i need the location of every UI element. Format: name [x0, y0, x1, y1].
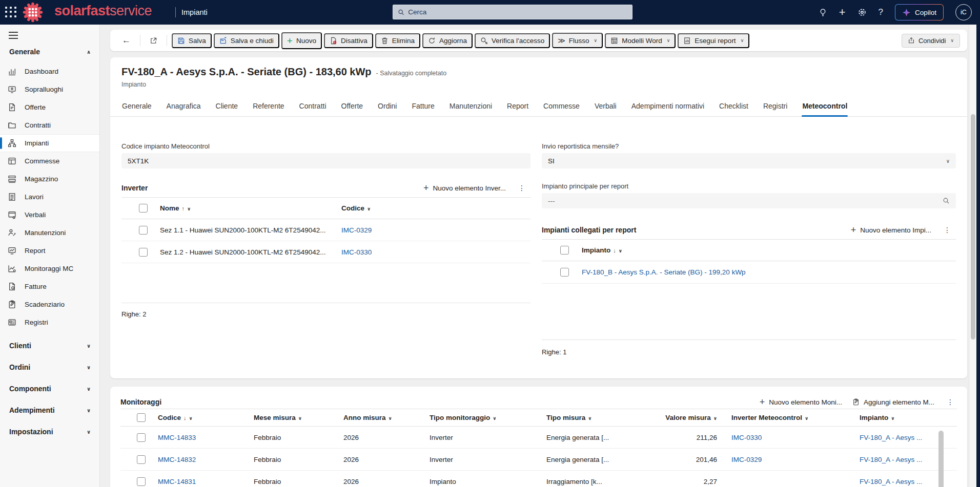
sidebar-item-offerte[interactable]: Offerte	[0, 98, 99, 116]
quick-create-plus-icon[interactable]: +	[839, 7, 846, 18]
select-all-checkbox[interactable]	[139, 204, 148, 213]
row-checkbox[interactable]	[560, 268, 569, 277]
check-access-button[interactable]: Verifica l'accesso	[475, 33, 550, 48]
column-header-anno-misura[interactable]: Anno misura∨	[343, 414, 430, 421]
global-search-box[interactable]	[393, 5, 632, 19]
impianto-link[interactable]: FV-180_A - Aesys ...	[860, 478, 934, 485]
user-avatar[interactable]: iC	[955, 4, 972, 20]
tab-cliente[interactable]: Cliente	[215, 101, 239, 116]
column-header-impianto[interactable]: Impianto∨	[860, 414, 934, 421]
settings-gear-icon[interactable]	[858, 8, 867, 17]
column-header-nome[interactable]: Nome↑∨	[160, 204, 341, 212]
monitoraggio-codice-link[interactable]: MMC-14831	[158, 478, 254, 485]
tab-anagrafica[interactable]: Anagrafica	[166, 101, 201, 116]
table-row[interactable]: MMC-14832 Febbraio 2026 Inverter Energia…	[120, 449, 957, 471]
row-checkbox[interactable]	[137, 455, 146, 464]
sidebar-item-report[interactable]: Report	[0, 242, 99, 260]
monitoraggi-more-commands[interactable]: ⋮	[945, 398, 956, 406]
lightbulb-icon[interactable]	[819, 8, 827, 17]
tab-fatture[interactable]: Fatture	[411, 101, 435, 116]
tab-verbali[interactable]: Verbali	[594, 101, 617, 116]
sidebar-section-componenti[interactable]: Componenti ∨	[0, 378, 99, 399]
tab-registri[interactable]: Registri	[763, 101, 788, 116]
tab-commesse[interactable]: Commesse	[543, 101, 580, 116]
tab-meteocontrol[interactable]: Meteocontrol	[802, 101, 848, 116]
sidebar-item-manutenzioni[interactable]: Manutenzioni	[0, 224, 99, 242]
search-input[interactable]	[408, 8, 627, 16]
impianto-principale-lookup[interactable]: ---	[542, 193, 956, 208]
column-header-mese-misura[interactable]: Mese misura∨	[254, 414, 343, 421]
sidebar-item-fatture[interactable]: Fatture	[0, 278, 99, 295]
page-scrollbar-track[interactable]	[969, 25, 976, 487]
sidebar-item-verbali[interactable]: Verbali	[0, 206, 99, 224]
column-header-codice[interactable]: Codice↓∨	[158, 414, 254, 421]
table-row[interactable]: Sez 1.2 - Huawei SUN2000-100KTL-M2 6T254…	[121, 241, 530, 263]
app-launcher-waffle-icon[interactable]	[5, 7, 17, 18]
impianti-collegati-more-commands[interactable]: ⋮	[942, 226, 953, 234]
tab-offerte[interactable]: Offerte	[341, 101, 364, 116]
row-checkbox[interactable]	[137, 433, 146, 442]
table-row[interactable]: MMC-14831 Febbraio 2026 Impianto Irraggi…	[120, 471, 957, 487]
sidebar-item-monitoraggi-mc[interactable]: Monitoraggi MC	[0, 260, 99, 278]
popout-button[interactable]	[145, 34, 162, 47]
tab-ordini[interactable]: Ordini	[377, 101, 397, 116]
column-header-tipo-monitoraggio[interactable]: Tipo monitoraggio∨	[430, 414, 546, 421]
column-header-inverter-meteocontrol[interactable]: Inverter Meteocontrol∨	[719, 414, 860, 421]
refresh-button[interactable]: Aggiorna	[422, 33, 473, 48]
codice-impianto-field[interactable]: 5XT1K	[121, 153, 530, 168]
add-existing-monitoraggio-button[interactable]: Aggiungi elemento M...	[852, 398, 934, 406]
column-header-tipo-misura[interactable]: Tipo misura∨	[546, 414, 665, 421]
invio-reportistica-select[interactable]: SI ∨	[542, 153, 956, 168]
row-checkbox[interactable]	[139, 248, 148, 257]
sidebar-section-generale[interactable]: Generale ∧	[0, 41, 99, 62]
new-inverter-button[interactable]: + Nuovo elemento Inver...	[423, 183, 506, 193]
back-button[interactable]: ←	[117, 33, 135, 48]
table-row[interactable]: FV-180_B - Aesys S.p.A. - Seriate (BG) -…	[542, 261, 956, 284]
inverter-more-commands[interactable]: ⋮	[516, 184, 527, 192]
sidebar-item-contratti[interactable]: Contratti	[0, 116, 99, 134]
tab-checklist[interactable]: Checklist	[719, 101, 749, 116]
sidebar-item-registri[interactable]: Registri	[0, 313, 99, 331]
sidebar-section-clienti[interactable]: Clienti ∨	[0, 335, 99, 356]
impianto-link[interactable]: FV-180_A - Aesys ...	[860, 434, 934, 441]
row-checkbox[interactable]	[139, 226, 148, 235]
monitoraggio-codice-link[interactable]: MMC-14833	[158, 434, 254, 441]
sidebar-item-scadenziario[interactable]: Scadenziario	[0, 295, 99, 313]
copilot-button[interactable]: Copilot	[895, 4, 944, 20]
inverter-codice-link[interactable]: IMC-0329	[341, 226, 530, 234]
page-scrollbar-thumb[interactable]	[971, 114, 975, 340]
save-and-close-button[interactable]: Salva e chiudi	[214, 33, 279, 48]
flow-button[interactable]: ≫ Flusso ∨	[552, 33, 603, 48]
impianto-collegato-link[interactable]: FV-180_B - Aesys S.p.A. - Seriate (BG) -…	[582, 268, 956, 276]
share-button[interactable]: Condividi ∨	[902, 34, 960, 48]
impianto-link[interactable]: FV-180_A - Aesys ...	[860, 456, 934, 463]
inverter-codice-link[interactable]: IMC-0330	[341, 248, 530, 256]
select-all-checkbox[interactable]	[560, 246, 569, 255]
monitoraggio-codice-link[interactable]: MMC-14832	[158, 456, 254, 463]
inverter-meteocontrol-link[interactable]: IMC-0330	[719, 434, 860, 441]
tab-report[interactable]: Report	[506, 101, 529, 116]
table-row[interactable]: Sez 1.1 - Huawei SUN2000-100KTL-M2 6T254…	[121, 219, 530, 241]
sidebar-section-ordini[interactable]: Ordini ∨	[0, 356, 99, 378]
save-button[interactable]: Salva	[172, 33, 212, 48]
select-all-checkbox[interactable]	[137, 413, 146, 422]
word-templates-button[interactable]: Modelli Word ∨	[605, 33, 676, 48]
sidebar-section-adempimenti[interactable]: Adempimenti ∨	[0, 399, 99, 421]
deactivate-button[interactable]: Disattiva	[324, 33, 373, 48]
sidebar-item-impianti[interactable]: Impianti	[0, 134, 99, 152]
new-button[interactable]: + Nuovo	[281, 32, 322, 49]
tab-manutenzioni[interactable]: Manutenzioni	[449, 101, 493, 116]
sidebar-item-sopralluoghi[interactable]: Sopralluoghi	[0, 80, 99, 98]
new-impianto-collegato-button[interactable]: + Nuovo elemento Impi...	[851, 225, 931, 235]
sidebar-item-magazzino[interactable]: Magazzino	[0, 170, 99, 188]
inverter-meteocontrol-link[interactable]: IMC-0329	[719, 456, 860, 463]
tab-generale[interactable]: Generale	[121, 101, 152, 116]
column-header-valore-misura[interactable]: Valore misura∨	[665, 414, 719, 421]
tab-contratti[interactable]: Contratti	[299, 101, 327, 116]
sidebar-item-lavori[interactable]: Lavori	[0, 188, 99, 206]
new-monitoraggio-button[interactable]: + Nuovo elemento Moni...	[760, 397, 842, 407]
tab-referente[interactable]: Referente	[252, 101, 284, 116]
row-checkbox[interactable]	[137, 477, 146, 486]
hamburger-menu-icon[interactable]	[9, 32, 19, 39]
delete-button[interactable]: Elimina	[375, 33, 420, 48]
